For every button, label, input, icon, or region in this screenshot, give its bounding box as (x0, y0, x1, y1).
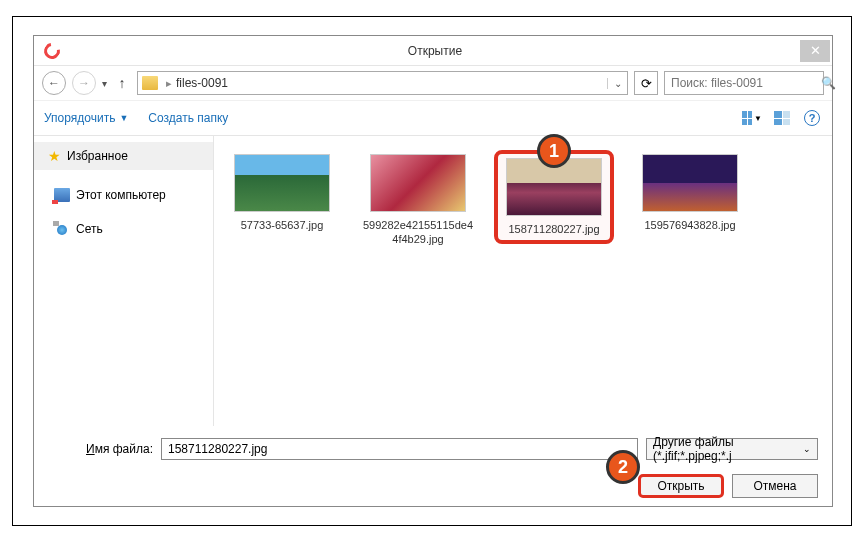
file-item[interactable]: 599282e42155115de44f4b29.jpg (358, 150, 478, 251)
opera-icon (41, 39, 63, 61)
back-button[interactable]: ← (42, 71, 66, 95)
chevron-down-icon: ▼ (754, 114, 762, 123)
search-input[interactable] (671, 76, 821, 90)
thumbnail (370, 154, 466, 212)
dialog-body: ★ Избранное Этот компьютер Сеть 57733-65… (34, 136, 832, 426)
grid-icon (742, 111, 752, 125)
view-mode-button[interactable]: ▼ (742, 108, 762, 128)
file-name: 159576943828.jpg (634, 218, 746, 232)
organize-menu[interactable]: Упорядочить ▼ (44, 111, 128, 125)
file-name: 599282e42155115de44f4b29.jpg (362, 218, 474, 247)
toolbar: Упорядочить ▼ Создать папку ▼ ? (34, 100, 832, 136)
close-button[interactable]: ✕ (800, 40, 830, 62)
dialog-footer: Имя файла: Другие файлы (*.jfif;*.pjpeg;… (34, 426, 832, 508)
folder-icon (142, 76, 158, 90)
network-icon (54, 222, 70, 236)
filename-input[interactable] (161, 438, 638, 460)
annotation-marker-2: 2 (606, 450, 640, 484)
forward-button[interactable]: → (72, 71, 96, 95)
breadcrumb-folder[interactable]: files-0091 (176, 76, 228, 90)
address-bar[interactable]: ▸ files-0091 ⌄ (137, 71, 628, 95)
file-item-selected[interactable]: 1 158711280227.jpg (494, 150, 614, 244)
file-open-dialog: Открытие ✕ ← → ▾ ↑ ▸ files-0091 ⌄ ⟳ 🔍 Уп… (33, 35, 833, 507)
recent-dropdown[interactable]: ▾ (102, 78, 107, 89)
help-icon: ? (804, 110, 820, 126)
cancel-button[interactable]: Отмена (732, 474, 818, 498)
preview-pane-button[interactable] (772, 108, 792, 128)
chevron-down-icon: ⌄ (803, 444, 811, 454)
address-dropdown[interactable]: ⌄ (607, 78, 627, 89)
sidebar-network[interactable]: Сеть (34, 216, 213, 242)
file-name: 57733-65637.jpg (226, 218, 338, 232)
filename-label: Имя файла: (48, 442, 153, 456)
chevron-down-icon: ▼ (119, 113, 128, 123)
sidebar-this-pc[interactable]: Этот компьютер (34, 182, 213, 208)
file-type-filter[interactable]: Другие файлы (*.jfif;*.pjpeg;*.j ⌄ (646, 438, 818, 460)
search-box[interactable]: 🔍 (664, 71, 824, 95)
file-list: 57733-65637.jpg 599282e42155115de44f4b29… (214, 136, 832, 426)
panes-icon (774, 111, 790, 125)
titlebar: Открытие ✕ (34, 36, 832, 66)
new-folder-button[interactable]: Создать папку (148, 111, 228, 125)
refresh-button[interactable]: ⟳ (634, 71, 658, 95)
file-item[interactable]: 57733-65637.jpg (222, 150, 342, 236)
open-button[interactable]: Открыть (638, 474, 724, 498)
help-button[interactable]: ? (802, 108, 822, 128)
dialog-title: Открытие (70, 44, 800, 58)
star-icon: ★ (48, 148, 61, 164)
sidebar-favorites[interactable]: ★ Избранное (34, 142, 213, 170)
up-button[interactable]: ↑ (113, 74, 131, 92)
computer-icon (54, 188, 70, 202)
thumbnail (234, 154, 330, 212)
navigation-bar: ← → ▾ ↑ ▸ files-0091 ⌄ ⟳ 🔍 (34, 66, 832, 100)
thumbnail (642, 154, 738, 212)
file-name: 158711280227.jpg (502, 222, 606, 236)
search-icon: 🔍 (821, 76, 836, 90)
annotation-marker-1: 1 (537, 134, 571, 168)
breadcrumb-separator: ▸ (162, 77, 176, 90)
file-item[interactable]: 159576943828.jpg (630, 150, 750, 236)
sidebar: ★ Избранное Этот компьютер Сеть (34, 136, 214, 426)
